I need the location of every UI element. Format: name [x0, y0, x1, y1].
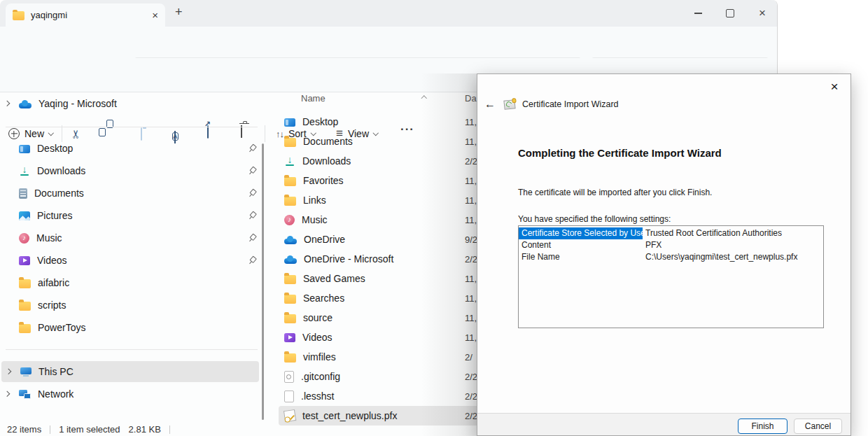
new-tab-button[interactable]: + — [175, 6, 183, 18]
setting-key-selected: Certificate Store Selected by User — [519, 227, 643, 239]
network-icon — [19, 390, 31, 399]
file-icon — [284, 391, 294, 402]
file-name: OneDrive - Microsoft — [304, 253, 393, 265]
sidebar-item-pictures[interactable]: Pictures — [0, 206, 260, 225]
folder-icon — [19, 279, 31, 288]
sidebar-item-label: scripts — [38, 300, 260, 311]
this-pc-icon — [20, 367, 31, 377]
minimize-button[interactable] — [689, 6, 707, 21]
pin-icon — [246, 255, 258, 267]
file-name: Videos — [302, 332, 332, 343]
file-name: Links — [303, 195, 326, 206]
videos-icon — [19, 256, 30, 265]
explorer-tab[interactable]: yaqingmi × — [6, 3, 165, 27]
file-name: vimfiles — [303, 351, 336, 363]
back-icon[interactable]: ← — [484, 98, 496, 111]
file-name: .lesshst — [301, 391, 334, 402]
screen: yaqingmi × + × ← → ↑ This PC Windows (C:… — [0, 0, 868, 436]
sidebar-item-downloads[interactable]: Downloads — [0, 161, 260, 181]
maximize-icon — [726, 9, 734, 17]
sidebar-item-label: This PC — [38, 366, 259, 377]
certificate-icon — [284, 409, 296, 422]
sidebar-item-this-pc[interactable]: This PC — [1, 361, 259, 382]
settings-table[interactable]: Certificate Store Selected by User Trust… — [518, 225, 824, 328]
sidebar-item-label: Downloads — [37, 165, 241, 176]
sidebar-item-label: Music — [36, 232, 241, 244]
pin-icon — [246, 165, 258, 177]
settings-row-content[interactable]: Content PFX — [519, 239, 823, 251]
file-name: Searches — [303, 293, 344, 304]
chevron-right-icon — [6, 369, 11, 374]
sidebar-item-label: Network — [38, 388, 260, 400]
settings-label: You have specified the following setting… — [518, 214, 671, 224]
pin-icon — [246, 143, 258, 155]
tab-title: yaqingmi — [31, 10, 146, 20]
wizard-body-text: The certificate will be imported after y… — [518, 188, 712, 197]
sidebar-item-music[interactable]: Music — [0, 228, 260, 248]
dialog-title-bar: ← Certificate Import Wizard — [484, 98, 619, 111]
downloads-icon — [284, 155, 295, 167]
folder-icon — [19, 302, 31, 311]
setting-key: Content — [519, 239, 643, 251]
dialog-close-button[interactable]: × — [825, 78, 844, 95]
folder-icon — [284, 353, 296, 363]
sidebar-item-documents[interactable]: Documents — [0, 183, 260, 203]
sidebar-item-label: PowerToys — [38, 322, 260, 333]
cancel-button[interactable]: Cancel — [794, 419, 842, 434]
sidebar-item-videos[interactable]: Videos — [0, 251, 260, 270]
name-column-header[interactable]: Name — [301, 93, 326, 104]
finish-button[interactable]: Finish — [738, 419, 788, 434]
tab-strip: yaqingmi × + × — [0, 0, 777, 27]
share-button[interactable] — [207, 126, 209, 139]
downloads-icon — [19, 165, 30, 176]
file-name: Favorites — [303, 175, 344, 186]
folder-icon — [284, 177, 296, 186]
videos-icon — [284, 333, 295, 342]
close-icon: × — [830, 79, 838, 94]
setting-key: File Name — [519, 251, 643, 263]
certificate-wizard-icon — [503, 99, 515, 110]
setting-value: C:\Users\yaqingmi\test_cert_newplus.pfx — [643, 251, 823, 263]
dialog-title: Certificate Import Wizard — [522, 99, 619, 109]
items-count: 22 items — [7, 424, 41, 435]
chevron-down-icon — [48, 130, 54, 136]
sidebar-item-onedrive-yaqing[interactable]: Yaqing - Microsoft — [0, 94, 260, 113]
documents-icon — [19, 188, 27, 199]
file-name: Downloads — [302, 155, 351, 167]
finish-label: Finish — [751, 421, 774, 431]
selected-count: 1 item selected — [59, 424, 120, 435]
plus-circle-icon — [8, 128, 20, 139]
dialog-shadow — [421, 73, 477, 436]
settings-row-file-name[interactable]: File Name C:\Users\yaqingmi\test_cert_ne… — [519, 251, 823, 263]
file-name: Music — [302, 214, 328, 225]
folder-icon — [284, 314, 296, 323]
certificate-import-wizard-dialog: × ← Certificate Import Wizard Completing… — [477, 73, 851, 436]
sidebar-scrollbar[interactable] — [262, 143, 264, 420]
file-name: Documents — [303, 136, 353, 147]
sidebar-item-scripts[interactable]: scripts — [0, 295, 260, 315]
sidebar-item-desktop[interactable]: Desktop — [0, 139, 260, 158]
music-icon — [19, 233, 29, 244]
close-tab-icon[interactable]: × — [152, 10, 158, 20]
sidebar-item-network[interactable]: Network — [0, 384, 260, 404]
sidebar-item-label: Pictures — [37, 210, 241, 221]
close-window-button[interactable]: × — [753, 6, 771, 21]
pin-icon — [246, 232, 258, 244]
folder-icon — [13, 11, 24, 20]
music-icon — [284, 215, 295, 225]
sidebar-item-powertoys[interactable]: PowerToys — [0, 318, 260, 337]
sidebar-item-label: Documents — [34, 188, 241, 199]
wizard-heading: Completing the Certificate Import Wizard — [518, 147, 722, 159]
onedrive-cloud-icon — [284, 236, 297, 244]
setting-value: PFX — [643, 239, 823, 251]
maximize-button[interactable] — [721, 6, 739, 21]
sidebar-item-aifabric[interactable]: aifabric — [0, 273, 260, 293]
file-name: .gitconfig — [301, 371, 340, 382]
settings-row-store[interactable]: Certificate Store Selected by User Trust… — [519, 227, 823, 239]
sidebar-item-label: Yaqing - Microsoft — [38, 98, 260, 109]
new-label: New — [24, 128, 44, 139]
toolbar-divider — [265, 125, 265, 142]
onedrive-cloud-icon — [19, 100, 31, 108]
status-divider — [50, 426, 50, 434]
folder-icon — [284, 197, 296, 206]
